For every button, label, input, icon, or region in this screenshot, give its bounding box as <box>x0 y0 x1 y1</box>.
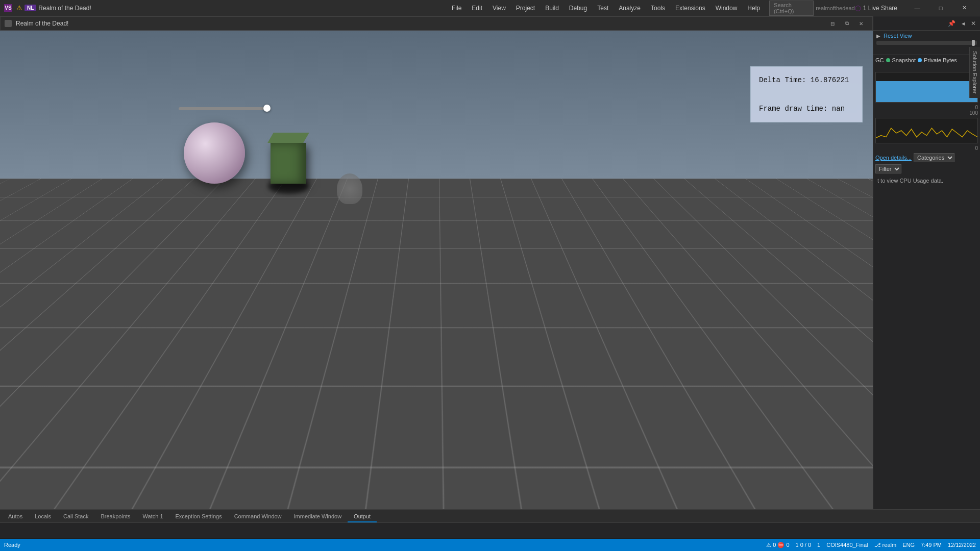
maximize-button[interactable]: □ <box>929 0 952 16</box>
right-panel-header: 📌 ◂ ✕ <box>873 16 980 31</box>
delta-time-label: Delta Time: 16.876221 <box>759 73 854 87</box>
live-share-icon: ⬡ <box>855 4 861 12</box>
project-name: realmofthedead <box>816 5 854 11</box>
bottom-tabs: Autos Locals Call Stack Breakpoints Watc… <box>0 509 980 522</box>
user-badge: NL <box>24 5 36 11</box>
tab-output[interactable]: Output <box>348 511 377 522</box>
timeline-area: ▶ Reset View 40s <box>873 31 980 55</box>
menu-tools[interactable]: Tools <box>646 3 670 14</box>
timeline-bar[interactable] <box>876 41 977 45</box>
status-time: 7:49 PM <box>921 542 942 548</box>
tab-autos[interactable]: Autos <box>2 511 29 522</box>
title-bar: VS ⚠ NL Realm of the Dead! File Edit Vie… <box>0 0 980 16</box>
close-button[interactable]: ✕ <box>952 0 976 16</box>
diagnostics-panel: GC Snapshot Private Bytes 638 0 100 <box>873 55 980 509</box>
app-title: Realm of the Dead! <box>38 5 447 12</box>
sphere-object <box>184 122 245 184</box>
search-box[interactable]: Search (Ctrl+Q) <box>769 1 814 16</box>
box-object <box>271 143 306 184</box>
tab-locals[interactable]: Locals <box>29 511 57 522</box>
slider-thumb[interactable] <box>263 105 271 112</box>
tab-call-stack[interactable]: Call Stack <box>57 511 95 522</box>
chart-value-zero1: 0 <box>875 105 978 110</box>
game-title: Realm of the Dead! <box>16 20 68 27</box>
gc-label: GC <box>875 57 884 63</box>
cpu-message: t to view CPU Usage data. <box>875 176 978 186</box>
right-panel: 📌 ◂ ✕ ▶ Reset View 40s GC Snapshot Priva <box>873 16 980 509</box>
chart-value-100: 100 <box>875 110 978 116</box>
game-close-button[interactable]: ✕ <box>854 18 868 29</box>
status-line-info: 1 0 / 0 <box>796 542 812 548</box>
status-left: Ready <box>4 542 20 548</box>
panel-close-button[interactable]: ✕ <box>969 19 978 28</box>
grid-floor <box>0 179 873 509</box>
minimize-button[interactable]: — <box>905 0 929 16</box>
tab-command-window[interactable]: Command Window <box>228 511 288 522</box>
menu-view[interactable]: View <box>487 3 511 14</box>
open-details-link[interactable]: Open details... <box>875 155 912 161</box>
app-icon-text: VS <box>5 5 11 11</box>
tab-exception-settings[interactable]: Exception Settings <box>169 511 228 522</box>
slider-container <box>179 107 271 110</box>
waveform-chart <box>875 118 978 143</box>
game-window: Realm of the Dead! ⊟ ⧉ ✕ <box>0 16 873 509</box>
gc-indicator <box>886 58 890 62</box>
chart-value-zero2: 0 <box>875 145 978 151</box>
git-branch[interactable]: ⎇ realm <box>874 542 897 548</box>
timeline-controls: ▶ Reset View <box>876 33 977 39</box>
menu-debug[interactable]: Debug <box>564 3 592 14</box>
game-icon <box>5 20 12 27</box>
timeline-thumb[interactable] <box>972 40 975 46</box>
solution-explorer-tab[interactable]: Solution Explorer <box>969 47 980 98</box>
private-bytes-indicator <box>918 58 922 62</box>
menu-help[interactable]: Help <box>742 3 765 14</box>
menu-edit[interactable]: Edit <box>467 3 487 14</box>
window-controls: — □ ✕ <box>905 0 976 16</box>
output-panel <box>0 522 980 538</box>
diag-gc-row: GC Snapshot Private Bytes <box>875 57 978 63</box>
menu-test[interactable]: Test <box>592 3 614 14</box>
menu-build[interactable]: Build <box>540 3 564 14</box>
status-language: ENG <box>902 542 915 548</box>
frame-draw-label: Frame draw time: nan <box>759 102 854 116</box>
warning-icon: ⚠ <box>16 4 22 12</box>
timeline-label: 40s <box>876 47 977 53</box>
small-object <box>337 173 362 204</box>
hud-overlay: Delta Time: 16.876221 Frame draw time: n… <box>750 66 863 122</box>
status-bar: Ready ⚠ 0 ⛔ 0 1 0 / 0 1 COIS4480_Final ⎇… <box>0 539 980 551</box>
timeline-arrow: ▶ <box>876 33 880 39</box>
tab-breakpoints[interactable]: Breakpoints <box>94 511 136 522</box>
chart-value-top: 638 <box>875 64 978 70</box>
categories-dropdown[interactable]: Categories <box>914 153 954 162</box>
menu-window[interactable]: Window <box>710 3 743 14</box>
live-share-button[interactable]: ⬡ 1 Live Share <box>855 4 897 12</box>
3d-scene: Delta Time: 16.876221 Frame draw time: n… <box>0 31 873 509</box>
status-right: ⚠ 0 ⛔ 0 1 0 / 0 1 COIS4480_Final ⎇ realm… <box>766 542 976 548</box>
menu-bar-inline: File Edit View Project Build Debug Test … <box>447 1 855 16</box>
filter-dropdown[interactable]: Filter <box>875 164 901 173</box>
tab-immediate-window[interactable]: Immediate Window <box>288 511 348 522</box>
panel-pin-button[interactable]: 📌 <box>946 19 958 28</box>
panel-collapse-button[interactable]: ◂ <box>960 19 967 28</box>
diag-chart <box>875 72 978 103</box>
diag-actions: Open details... Categories Filter <box>875 151 978 176</box>
game-unpin-button[interactable]: ⊟ <box>825 18 840 29</box>
menu-file[interactable]: File <box>447 3 467 14</box>
reset-view-button[interactable]: Reset View <box>884 33 912 39</box>
snapshot-label: Snapshot <box>892 57 916 63</box>
status-errors[interactable]: ⚠ 0 ⛔ 0 <box>766 542 789 548</box>
private-bytes-label: Private Bytes <box>924 57 957 63</box>
game-float-button[interactable]: ⧉ <box>840 18 854 29</box>
game-controls: ⊟ ⧉ ✕ <box>825 18 868 29</box>
slider-track[interactable] <box>179 107 271 110</box>
tab-watch1[interactable]: Watch 1 <box>137 511 169 522</box>
status-project: COIS4480_Final <box>826 542 868 548</box>
menu-extensions[interactable]: Extensions <box>670 3 710 14</box>
menu-analyze[interactable]: Analyze <box>614 3 646 14</box>
menu-project[interactable]: Project <box>511 3 540 14</box>
game-title-bar: Realm of the Dead! ⊟ ⧉ ✕ <box>0 16 873 31</box>
chart-bar <box>876 81 977 102</box>
status-ready: Ready <box>4 542 20 548</box>
status-date: 12/12/2022 <box>948 542 976 548</box>
status-space-info: 1 <box>817 542 820 548</box>
